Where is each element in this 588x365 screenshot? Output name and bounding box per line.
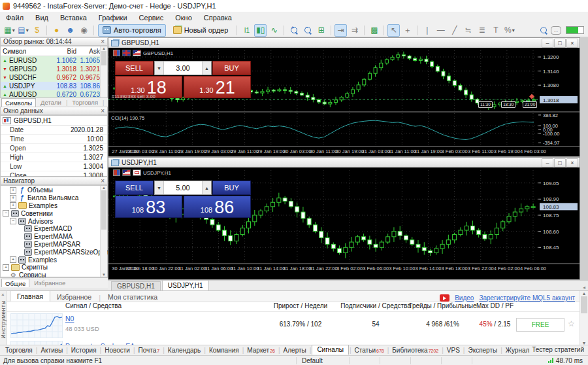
- bottom-tab-Сигналы[interactable]: Сигналы: [312, 345, 349, 355]
- navigator-scrollbar[interactable]: ▲▼: [100, 186, 107, 277]
- close-icon[interactable]: ×: [1, 292, 5, 298]
- tab-favorites[interactable]: Избранное: [50, 292, 98, 302]
- close-icon[interactable]: ×: [566, 158, 578, 167]
- channel-icon[interactable]: ≣: [476, 24, 488, 37]
- fibonacci-icon[interactable]: ≒: [462, 24, 474, 37]
- search-icon[interactable]: [537, 24, 549, 37]
- navigator-item-Советники[interactable]: −Советники: [1, 209, 107, 217]
- expand-icon[interactable]: +: [10, 256, 16, 263]
- candlestick-chart-icon[interactable]: ▮▯: [254, 24, 267, 37]
- close-icon[interactable]: ×: [566, 39, 578, 48]
- new-order-button[interactable]: Новый ордер: [169, 24, 233, 37]
- volume-stepper[interactable]: ▼ 5.00 ▲: [154, 181, 212, 195]
- usdjpy-chart-canvas[interactable]: 30 Jan 202030 Jan 18:0030 Jan 22:0031 Ja…: [108, 167, 580, 279]
- minimize-icon[interactable]: –: [542, 158, 553, 167]
- gbpusd-chart-canvas[interactable]: 27 Jan 202028 Jan 03:0028 Jan 11:0028 Ja…: [108, 48, 580, 156]
- bottom-tab-Почта[interactable]: Почта7: [136, 347, 163, 354]
- auto-trading-button[interactable]: Авто-торговля: [98, 24, 166, 37]
- profiles-icon[interactable]: ▤▾: [17, 24, 29, 37]
- bottom-tab-Алерты[interactable]: Алерты: [281, 347, 309, 354]
- tab-favorites[interactable]: Избранное: [31, 279, 69, 287]
- strategy-tester-label[interactable]: Тестер стратегий: [532, 346, 584, 353]
- buy-button[interactable]: BUY: [212, 61, 251, 75]
- signal-row[interactable]: N0 48 033 USD 613.79% / 102 54 4 968 /61…: [7, 311, 580, 339]
- tab-symbols[interactable]: Символы: [1, 98, 36, 107]
- broadcast-icon[interactable]: ◉: [78, 24, 90, 37]
- navigator-item-Объемы[interactable]: +ƒОбъемы: [1, 186, 107, 194]
- bar-chart-icon[interactable]: ⅼ1: [240, 24, 253, 37]
- bottom-tab-Журнал[interactable]: Журнал: [503, 347, 532, 354]
- mql5-register-link[interactable]: Зарегистрируйте MQL5 аккаунт: [479, 294, 575, 302]
- sell-button[interactable]: SELL: [115, 181, 154, 195]
- usdjpy-window-titlebar[interactable]: USDJPY,H1 – □ ×: [108, 158, 580, 167]
- volume-value[interactable]: 5.00: [164, 181, 202, 194]
- volume-down-icon[interactable]: ▼: [155, 181, 164, 194]
- connection-status[interactable]: 48.70 ms: [548, 357, 588, 364]
- status-profile[interactable]: Default: [296, 357, 349, 364]
- tab-home[interactable]: Главная: [10, 290, 50, 302]
- buy-price[interactable]: 1.3021: [184, 76, 251, 98]
- video-icon[interactable]: [440, 294, 449, 302]
- bottom-tab-Новости[interactable]: Новости: [102, 347, 133, 354]
- symbol-row-eurusd[interactable]: ▲EURUSD 1.1062 1.1065: [1, 56, 107, 65]
- bottom-tab-Календарь[interactable]: Календарь: [165, 347, 203, 354]
- tab-common[interactable]: Общие: [1, 279, 29, 287]
- free-button[interactable]: FREE: [516, 318, 564, 332]
- menu-service[interactable]: Сервис: [133, 14, 170, 22]
- menu-file[interactable]: Файл: [0, 14, 29, 22]
- market-icon[interactable]: $: [31, 24, 43, 37]
- close-icon[interactable]: ×: [101, 178, 105, 184]
- bottom-tab-История[interactable]: История: [69, 347, 99, 354]
- toolbox-scrollbar[interactable]: ▲▼: [580, 291, 588, 345]
- close-icon[interactable]: ×: [101, 39, 105, 45]
- objects-icon[interactable]: ▩: [368, 24, 380, 37]
- payments-icon[interactable]: ●: [50, 24, 63, 37]
- video-link[interactable]: Видео: [455, 294, 474, 302]
- volume-down-icon[interactable]: ▼: [155, 61, 164, 75]
- one-click-toggle-icon[interactable]: [113, 50, 120, 56]
- minimize-icon[interactable]: –: [542, 39, 553, 48]
- navigator-item-Advisors[interactable]: −Advisors: [1, 217, 107, 225]
- crosshair-icon[interactable]: ＋: [401, 24, 414, 37]
- line-chart-icon[interactable]: ∿: [268, 24, 280, 37]
- gbpusd-window-titlebar[interactable]: GBPUSD,H1 – □ ×: [108, 38, 580, 48]
- chart-tab-gbpusd[interactable]: GBPUSD,H1: [111, 281, 161, 290]
- bottom-tab-Компания[interactable]: Компания: [206, 347, 242, 354]
- sell-price[interactable]: 10883: [115, 196, 182, 218]
- menu-view[interactable]: Вид: [29, 14, 54, 22]
- menu-insert[interactable]: Вставка: [54, 14, 93, 22]
- buy-button[interactable]: BUY: [212, 181, 251, 195]
- vertical-line-icon[interactable]: |: [421, 24, 433, 37]
- sell-button[interactable]: SELL: [115, 61, 154, 75]
- bottom-tab-Статьи[interactable]: Статьи678: [352, 347, 387, 354]
- bottom-tab-VPS[interactable]: VPS: [444, 347, 463, 354]
- volume-value[interactable]: 3.00: [164, 61, 202, 75]
- zoom-out-icon[interactable]: −: [301, 24, 314, 37]
- expand-icon[interactable]: +: [10, 187, 16, 194]
- navigator-item-Examples[interactable]: +Examples: [1, 256, 107, 264]
- navigator-item-ExpertMAPSARSizeOptim[interactable]: ExpertMAPSARSizeOptim: [1, 248, 107, 256]
- zoom-in-icon[interactable]: +: [287, 24, 300, 37]
- symbol-row-gbpusd[interactable]: ▼GBPUSD 1.3018 1.3021: [1, 65, 107, 73]
- bottom-tab-Эксперты[interactable]: Эксперты: [465, 347, 500, 354]
- tab-my-statistics[interactable]: Моя статистика: [101, 292, 164, 302]
- tile-windows-icon[interactable]: ⊞: [315, 24, 327, 37]
- tab-details[interactable]: Детали: [37, 99, 65, 107]
- bottom-tab-Библиотека[interactable]: Библиотека7202: [389, 347, 441, 354]
- symbol-row-usdchf[interactable]: ▼USDCHF 0.9672 0.9675: [1, 73, 107, 82]
- bottom-tab-Активы[interactable]: Активы: [38, 347, 65, 354]
- navigator-item-Скрипты[interactable]: +Скрипты: [1, 264, 107, 271]
- menu-charts[interactable]: Графики: [93, 14, 133, 22]
- volume-stepper[interactable]: ▼ 3.00 ▲: [154, 61, 212, 75]
- expand-icon[interactable]: +: [10, 195, 16, 201]
- one-click-toggle-icon[interactable]: [113, 169, 120, 176]
- menu-window[interactable]: Окно: [169, 14, 198, 22]
- menu-help[interactable]: Справка: [198, 14, 238, 22]
- chat-icon[interactable]: …: [551, 26, 561, 35]
- text-icon[interactable]: T: [489, 24, 502, 37]
- volume-up-icon[interactable]: ▲: [202, 61, 211, 75]
- signal-name-link[interactable]: N0: [65, 315, 74, 322]
- bottom-tab-Маркет[interactable]: Маркет26: [244, 347, 278, 354]
- community-icon[interactable]: ☻: [64, 24, 76, 37]
- horizontal-line-icon[interactable]: —: [434, 24, 447, 37]
